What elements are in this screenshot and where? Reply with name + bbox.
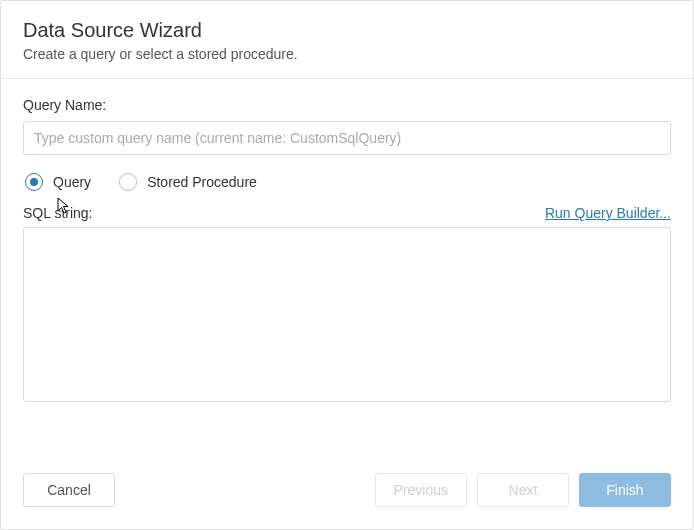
radio-icon [119,173,137,191]
query-name-label: Query Name: [23,97,671,113]
query-type-radio-group: Query Stored Procedure [23,173,671,191]
footer-right-group: Previous Next Finish [375,473,671,507]
wizard-subtitle: Create a query or select a stored proced… [23,46,671,62]
previous-button[interactable]: Previous [375,473,467,507]
wizard-title: Data Source Wizard [23,19,671,42]
radio-icon [25,173,43,191]
sql-string-label: SQL string: [23,205,93,221]
wizard-dialog: Data Source Wizard Create a query or sel… [0,0,694,530]
query-name-input[interactable] [23,121,671,155]
radio-stored-procedure-label: Stored Procedure [147,174,257,190]
wizard-header: Data Source Wizard Create a query or sel… [1,1,693,79]
finish-button[interactable]: Finish [579,473,671,507]
next-button[interactable]: Next [477,473,569,507]
cancel-button[interactable]: Cancel [23,473,115,507]
radio-query-label: Query [53,174,91,190]
wizard-footer: Cancel Previous Next Finish [1,459,693,529]
wizard-body: Query Name: Query Stored Procedure SQL s… [1,79,693,459]
run-query-builder-link[interactable]: Run Query Builder... [545,205,671,221]
radio-query[interactable]: Query [25,173,91,191]
sql-string-row: SQL string: Run Query Builder... [23,205,671,221]
radio-stored-procedure[interactable]: Stored Procedure [119,173,257,191]
sql-string-textarea[interactable] [23,227,671,402]
